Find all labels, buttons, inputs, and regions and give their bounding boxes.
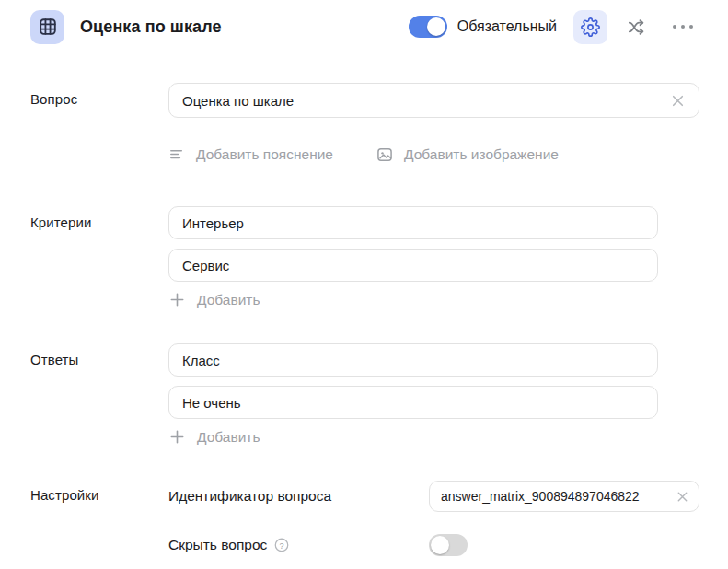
- hide-question-label: Скрыть вопрос: [168, 537, 267, 553]
- required-toggle[interactable]: [409, 16, 447, 38]
- page-title: Оценка по шкале: [80, 17, 222, 37]
- settings-section: Настройки Идентификатор вопроса: [30, 481, 699, 556]
- answers-label: Ответы: [30, 343, 168, 446]
- add-explanation-button[interactable]: Добавить пояснение: [168, 146, 333, 164]
- question-id-input[interactable]: [441, 489, 668, 504]
- add-criteria-button[interactable]: Добавить: [168, 291, 260, 308]
- question-circle-icon[interactable]: ?: [273, 537, 290, 553]
- gear-icon: [581, 17, 600, 37]
- question-clear-button[interactable]: [670, 93, 686, 109]
- add-image-button[interactable]: Добавить изображение: [376, 145, 559, 164]
- answer-input-2[interactable]: [182, 395, 644, 411]
- question-input-wrap: [168, 83, 699, 118]
- question-row: Вопрос: [30, 83, 699, 118]
- more-button[interactable]: [665, 10, 699, 44]
- answer-item-row: [168, 343, 658, 377]
- settings-button[interactable]: [573, 10, 607, 44]
- criteria-label: Критерии: [30, 206, 168, 308]
- criteria-item-row: [168, 206, 658, 239]
- x-clear-icon: [670, 93, 686, 109]
- criteria-section: Критерии Добавить: [30, 206, 699, 308]
- svg-text:?: ?: [280, 541, 284, 551]
- answer-input-1[interactable]: [182, 353, 644, 368]
- matrix-grid-icon: [38, 17, 58, 37]
- criteria-input-2[interactable]: [182, 258, 644, 273]
- question-label: Вопрос: [30, 83, 168, 118]
- add-answer-button[interactable]: Добавить: [168, 428, 260, 446]
- plus-icon: [168, 291, 186, 308]
- plus-icon: [168, 428, 186, 446]
- answer-item-row: [168, 386, 658, 419]
- add-criteria-label: Добавить: [197, 292, 260, 308]
- criteria-item-row: [168, 249, 658, 282]
- add-answer-label: Добавить: [197, 429, 260, 446]
- x-clear-icon: [676, 490, 689, 504]
- question-type-badge: [30, 10, 64, 44]
- answers-section: Ответы Добавить: [30, 343, 699, 446]
- question-id-input-wrap: [429, 481, 699, 512]
- shuffle-icon: [626, 17, 647, 38]
- question-id-label: Идентификатор вопроса: [168, 488, 429, 505]
- toggle-knob: [431, 536, 449, 554]
- toggle-knob: [427, 17, 445, 36]
- criteria-input-1[interactable]: [182, 215, 644, 231]
- question-editor: Оценка по шкале Обязательный: [0, 0, 728, 569]
- image-icon: [376, 145, 394, 164]
- question-input[interactable]: [182, 93, 663, 109]
- settings-label: Настройки: [30, 481, 168, 556]
- text-lines-icon: [168, 146, 186, 164]
- add-image-label: Добавить изображение: [404, 146, 559, 163]
- required-toggle-label: Обязательный: [457, 18, 557, 35]
- shuffle-button[interactable]: [619, 10, 653, 44]
- editor-header: Оценка по шкале Обязательный: [30, 9, 699, 44]
- hide-question-toggle[interactable]: [429, 534, 468, 556]
- question-id-clear-button[interactable]: [676, 490, 689, 504]
- ellipsis-icon: [673, 25, 693, 29]
- question-id-row: Идентификатор вопроса: [168, 481, 699, 512]
- add-explanation-label: Добавить пояснение: [196, 146, 333, 163]
- question-helpers: Добавить пояснение Добавить изображение: [168, 145, 699, 164]
- hide-question-row: Скрыть вопрос ?: [168, 534, 699, 556]
